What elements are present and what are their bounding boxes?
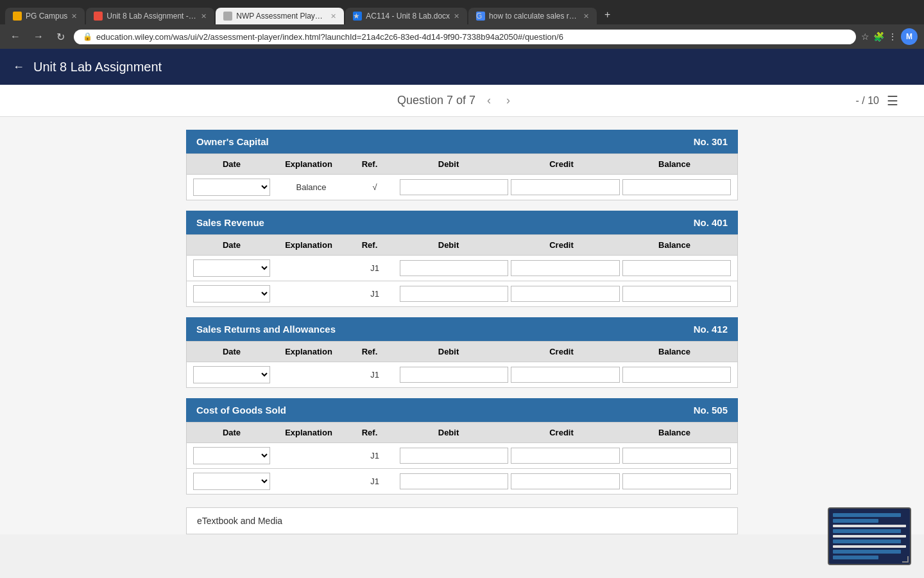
tab-favicon-pg-campus bbox=[13, 12, 22, 21]
date-select-oc-1[interactable] bbox=[193, 179, 270, 196]
credit-input-cgs-2[interactable] bbox=[511, 473, 619, 489]
ledger-number-cost-of-goods: No. 505 bbox=[694, 405, 728, 416]
tab-favicon-unit8 bbox=[94, 12, 103, 21]
credit-input-sr-1[interactable] bbox=[511, 260, 619, 276]
col-ref-cgs: Ref. bbox=[347, 428, 392, 437]
ref-j1-sra-1: J1 bbox=[352, 370, 397, 380]
tab-close-docx[interactable]: ✕ bbox=[454, 12, 459, 21]
tab-favicon-docx: ★ bbox=[353, 12, 362, 21]
tab-label-unit8: Unit 8 Lab Assignment - AC114... bbox=[107, 12, 197, 21]
col-ref: Ref. bbox=[347, 159, 392, 169]
tab-ac114-docx[interactable]: ★ AC114 - Unit 8 Lab.docx ✕ bbox=[345, 8, 467, 24]
score-display: - / 10 bbox=[856, 95, 879, 107]
date-select-sr-2[interactable] bbox=[193, 285, 270, 302]
debit-input-sr-2[interactable] bbox=[400, 286, 508, 302]
next-question-button[interactable]: › bbox=[502, 92, 514, 109]
balance-input-cgs-2[interactable] bbox=[622, 473, 731, 489]
list-icon[interactable]: ☰ bbox=[887, 93, 898, 109]
date-select-cgs-2[interactable] bbox=[193, 473, 270, 490]
tab-favicon-google: G bbox=[476, 12, 485, 21]
header-back-arrow[interactable]: ← bbox=[13, 60, 24, 74]
question-label: Question 7 of 7 bbox=[397, 94, 475, 107]
col-balance-cgs: Balance bbox=[618, 428, 731, 437]
address-bar[interactable]: 🔒 education.wiley.com/was/ui/v2/assessme… bbox=[74, 30, 856, 44]
menu-icon[interactable]: ⋮ bbox=[888, 31, 897, 42]
thumb-line-2 bbox=[833, 519, 878, 523]
tab-close-nwp[interactable]: ✕ bbox=[330, 12, 336, 21]
refresh-button[interactable]: ↻ bbox=[53, 30, 69, 44]
balance-input-sr-1[interactable] bbox=[622, 260, 731, 276]
tab-bar: PG Campus ✕ Unit 8 Lab Assignment - AC11… bbox=[0, 0, 924, 24]
back-button[interactable]: ← bbox=[6, 30, 24, 44]
date-select-cgs-1[interactable] bbox=[193, 447, 270, 464]
user-avatar[interactable]: M bbox=[901, 28, 918, 45]
debit-input-sr-1[interactable] bbox=[400, 260, 508, 276]
date-select-sra-1[interactable] bbox=[193, 366, 270, 383]
ledger-number-sales-revenue: No. 401 bbox=[694, 217, 728, 228]
address-bar-row: ← → ↻ 🔒 education.wiley.com/was/ui/v2/as… bbox=[0, 24, 924, 49]
tab-label-docx: AC114 - Unit 8 Lab.docx bbox=[366, 12, 450, 21]
credit-input-oc-1[interactable] bbox=[511, 179, 619, 195]
debit-input-cgs-2[interactable] bbox=[400, 473, 508, 489]
ledger-cost-of-goods-columns: Date Explanation Ref. Debit Credit Balan… bbox=[186, 422, 738, 443]
col-explanation-sr: Explanation bbox=[270, 240, 347, 250]
ref-j1-sr-2: J1 bbox=[352, 289, 397, 299]
tab-close-pg-campus[interactable]: ✕ bbox=[71, 12, 77, 21]
credit-input-cgs-1[interactable] bbox=[511, 448, 619, 464]
tab-label-google: how to calculate sales revenue... bbox=[489, 12, 579, 21]
bookmark-icon[interactable]: ☆ bbox=[861, 31, 869, 42]
ledger-cost-of-goods-header: Cost of Goods Sold No. 505 bbox=[186, 398, 738, 422]
table-row: J1 bbox=[186, 469, 738, 495]
prev-question-button[interactable]: ‹ bbox=[483, 92, 495, 109]
tab-close-unit8[interactable]: ✕ bbox=[201, 12, 207, 21]
browser-chrome: PG Campus ✕ Unit 8 Lab Assignment - AC11… bbox=[0, 0, 924, 49]
etextbook-label: eTextbook and Media bbox=[197, 516, 282, 526]
col-credit: Credit bbox=[505, 159, 618, 169]
ref-j1-cgs-1: J1 bbox=[352, 451, 397, 460]
ledger-number-sales-returns: No. 412 bbox=[694, 324, 728, 335]
main-content: Question 7 of 7 ‹ › - / 10 ☰ Owner's Cap… bbox=[0, 85, 924, 534]
thumb-line-5 bbox=[833, 535, 906, 538]
tab-label-pg-campus: PG Campus bbox=[26, 12, 67, 21]
etextbook-panel: eTextbook and Media bbox=[186, 507, 738, 534]
debit-input-sra-1[interactable] bbox=[400, 367, 508, 383]
ledger-owners-capital: Owner's Capital No. 301 Date Explanation… bbox=[186, 130, 738, 200]
col-balance-sra: Balance bbox=[618, 347, 731, 356]
tab-label-nwp: NWP Assessment Player UI Ap... bbox=[236, 12, 327, 21]
browser-actions: ☆ 🧩 ⋮ M bbox=[861, 28, 918, 45]
etextbook-bar: eTextbook and Media bbox=[173, 507, 751, 534]
col-explanation-sra: Explanation bbox=[270, 347, 347, 356]
balance-input-sra-1[interactable] bbox=[622, 367, 731, 383]
col-date: Date bbox=[193, 159, 270, 169]
col-ref-sr: Ref. bbox=[347, 240, 392, 250]
thumb-line-3 bbox=[833, 525, 906, 527]
balance-input-cgs-1[interactable] bbox=[622, 448, 731, 464]
debit-input-cgs-1[interactable] bbox=[400, 448, 508, 464]
balance-input-sr-2[interactable] bbox=[622, 286, 731, 302]
tab-pg-campus[interactable]: PG Campus ✕ bbox=[5, 8, 85, 24]
ledger-owners-capital-columns: Date Explanation Ref. Debit Credit Balan… bbox=[186, 153, 738, 175]
tab-unit8-lab[interactable]: Unit 8 Lab Assignment - AC114... ✕ bbox=[86, 8, 214, 24]
debit-input-oc-1[interactable] bbox=[400, 179, 508, 195]
col-balance: Balance bbox=[618, 159, 731, 169]
ledger-sales-revenue: Sales Revenue No. 401 Date Explanation R… bbox=[186, 211, 738, 307]
credit-input-sr-2[interactable] bbox=[511, 286, 619, 302]
date-select-sr-1[interactable] bbox=[193, 259, 270, 277]
ledger-sales-returns-columns: Date Explanation Ref. Debit Credit Balan… bbox=[186, 341, 738, 362]
credit-input-sra-1[interactable] bbox=[511, 367, 619, 383]
forward-button[interactable]: → bbox=[30, 30, 47, 44]
tab-nwp-active[interactable]: NWP Assessment Player UI Ap... ✕ bbox=[216, 8, 344, 24]
ledger-number-owners-capital: No. 301 bbox=[694, 136, 728, 147]
col-credit-sr: Credit bbox=[505, 240, 618, 250]
thumbnail-overlay bbox=[828, 507, 911, 541]
col-ref-sra: Ref. bbox=[347, 347, 392, 356]
ledger-title-sales-revenue: Sales Revenue bbox=[196, 217, 264, 228]
extensions-icon[interactable]: 🧩 bbox=[873, 31, 884, 42]
new-tab-button[interactable]: + bbox=[598, 5, 617, 24]
ref-checkmark-oc: √ bbox=[352, 182, 397, 192]
tab-close-google[interactable]: ✕ bbox=[583, 12, 589, 21]
tab-sales-revenue[interactable]: G how to calculate sales revenue... ✕ bbox=[468, 8, 597, 24]
balance-input-oc-1[interactable] bbox=[622, 179, 731, 195]
question-nav-bar: Question 7 of 7 ‹ › - / 10 ☰ bbox=[0, 85, 924, 117]
ledger-cost-of-goods: Cost of Goods Sold No. 505 Date Explanat… bbox=[186, 398, 738, 495]
